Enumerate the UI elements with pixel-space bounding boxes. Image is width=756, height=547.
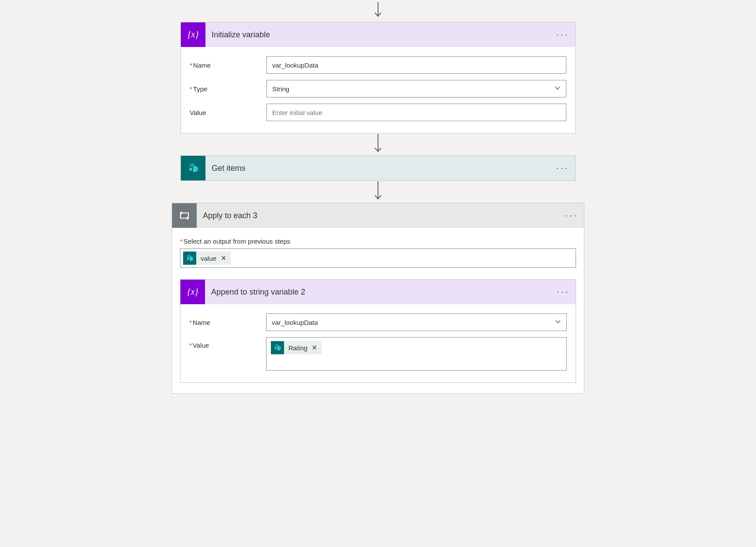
- variable-icon: {x}: [181, 22, 205, 47]
- chevron-down-icon: [554, 85, 561, 93]
- field-label-type: *Type: [190, 85, 266, 93]
- svg-text:S: S: [190, 167, 192, 171]
- token-text: value: [201, 255, 220, 262]
- field-label-name: *Name: [190, 61, 266, 69]
- action-apply-to-each[interactable]: Apply to each 3 ··· *Select an output fr…: [172, 203, 584, 394]
- token-value[interactable]: S value ✕: [183, 252, 231, 265]
- name-select[interactable]: var_lookupData: [266, 313, 567, 331]
- field-label-value: *Value: [189, 337, 266, 349]
- flow-arrow: [374, 181, 382, 203]
- action-title: Append to string variable 2: [205, 288, 551, 297]
- value-input[interactable]: Enter initial value: [266, 104, 566, 121]
- select-output-input[interactable]: S value ✕: [180, 248, 576, 268]
- action-menu-button[interactable]: ···: [551, 162, 575, 174]
- sharepoint-icon: S: [181, 156, 205, 180]
- variable-icon: {x}: [180, 280, 205, 304]
- action-title: Initialize variable: [205, 30, 551, 40]
- type-select[interactable]: String: [266, 80, 566, 97]
- token-text: Rating: [288, 344, 311, 352]
- svg-text:S: S: [275, 347, 277, 349]
- loop-icon: [172, 203, 197, 228]
- action-menu-button[interactable]: ···: [551, 29, 575, 40]
- sharepoint-icon: S: [271, 341, 284, 354]
- action-menu-button[interactable]: ···: [559, 210, 584, 221]
- action-initialize-variable[interactable]: {x} Initialize variable ··· *Name var_lo…: [180, 22, 576, 133]
- action-get-items[interactable]: S Get items ···: [180, 155, 576, 181]
- action-header[interactable]: {x} Initialize variable ···: [181, 22, 575, 47]
- field-label-value: Value: [190, 109, 266, 116]
- token-remove-button[interactable]: ✕: [311, 344, 322, 352]
- name-input[interactable]: var_lookupData: [266, 56, 566, 74]
- token-remove-button[interactable]: ✕: [220, 254, 231, 262]
- value-input[interactable]: S Rating ✕: [266, 337, 567, 371]
- action-header[interactable]: Apply to each 3 ···: [172, 203, 584, 228]
- action-header[interactable]: {x} Append to string variable 2 ···: [180, 280, 576, 304]
- action-header[interactable]: S Get items ···: [181, 156, 575, 180]
- svg-text:{x}: {x}: [188, 29, 199, 39]
- chevron-down-icon: [555, 319, 561, 326]
- action-title: Get items: [205, 164, 551, 173]
- svg-text:S: S: [187, 257, 189, 260]
- field-label-name: *Name: [189, 319, 266, 326]
- flow-arrow: [374, 0, 382, 22]
- flow-arrow: [374, 133, 382, 155]
- field-label-select-output: *Select an output from previous steps: [180, 238, 576, 245]
- action-menu-button[interactable]: ···: [551, 286, 576, 298]
- token-rating[interactable]: S Rating ✕: [271, 341, 322, 354]
- action-append-to-string[interactable]: {x} Append to string variable 2 ··· *Nam…: [180, 279, 576, 383]
- svg-text:{x}: {x}: [187, 287, 198, 296]
- sharepoint-icon: S: [183, 252, 196, 265]
- action-title: Apply to each 3: [197, 211, 559, 220]
